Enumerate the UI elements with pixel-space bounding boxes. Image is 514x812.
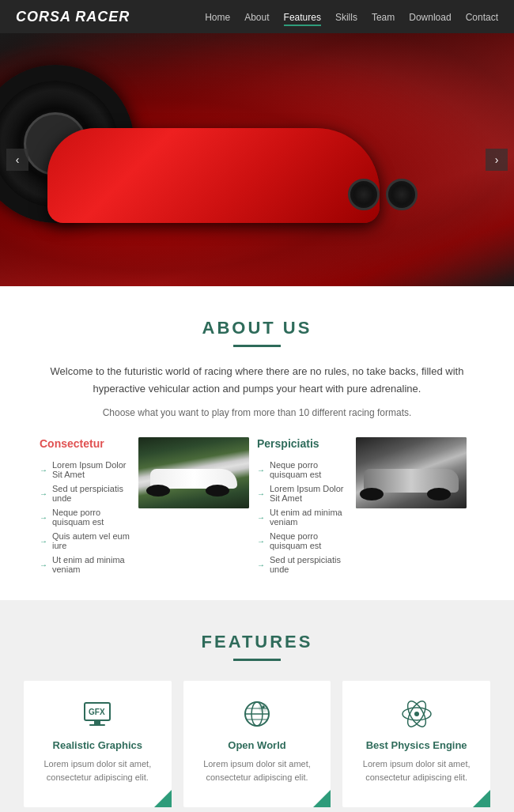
hero-car-body — [47, 128, 380, 223]
physics-icon — [399, 697, 434, 731]
nav-home[interactable]: Home — [205, 10, 230, 25]
navbar-brand: CORSA RACER — [16, 9, 130, 25]
feature-desc-openworld: Lorem ipsum dolor sit amet, consectetur … — [195, 757, 319, 784]
about-img-car-2 — [356, 437, 467, 508]
svg-text:GFX: GFX — [89, 708, 105, 716]
list-item: Sed ut perspiciatis unde — [40, 482, 130, 505]
list-item: Lorem Ipsum Dolor Sit Amet — [257, 482, 348, 505]
list-item: Neque porro quisquam est — [40, 505, 130, 529]
nav-skills[interactable]: Skills — [335, 10, 357, 25]
feature-title-graphics: Realistic Graphics — [36, 739, 160, 751]
navbar: CORSA RACER Home About Features Skills T… — [0, 0, 514, 33]
about-img-car-1 — [138, 437, 249, 508]
feature-card-graphics: GFX Realistic Graphics Lorem ipsum dolor… — [24, 681, 172, 807]
about-description: Welcome to the futuristic world of racin… — [40, 363, 474, 398]
feature-desc-graphics: Lorem ipsum dolor sit amet, consectetur … — [36, 757, 160, 784]
feature-card-openworld: Open World Lorem ipsum dolor sit amet, c… — [183, 681, 331, 807]
feature-card-physics: Best Physics Engine Lorem ipsum dolor si… — [342, 681, 490, 807]
svg-rect-2 — [89, 724, 105, 726]
globe-icon — [240, 697, 274, 731]
gfx-icon: GFX — [80, 697, 115, 731]
hero-banner: ‹ › — [0, 33, 514, 286]
feature-title-physics: Best Physics Engine — [354, 739, 478, 751]
feature-title-openworld: Open World — [195, 739, 319, 751]
list-item: Sed ut perspiciatis unde — [257, 553, 348, 576]
features-grid: GFX Realistic Graphics Lorem ipsum dolor… — [24, 681, 490, 812]
about-image-2 — [356, 437, 467, 508]
about-title: ABOUT US — [40, 318, 474, 338]
nav-about[interactable]: About — [244, 10, 269, 25]
hero-exhaust — [346, 177, 419, 215]
about-col2-list: Neque porro quisquam est Lorem Ipsum Dol… — [257, 458, 348, 576]
hero-prev-button[interactable]: ‹ — [6, 149, 28, 171]
list-item: Neque porro quisquam est — [257, 529, 348, 553]
list-item: Neque porro quisquam est — [257, 458, 348, 482]
list-item: Quis autem vel eum iure — [40, 529, 130, 553]
svg-point-13 — [414, 712, 419, 716]
about-col-2: Perspiciatis Neque porro quisquam est Lo… — [257, 437, 348, 576]
nav-team[interactable]: Team — [372, 10, 395, 25]
nav-links: Home About Features Skills Team Download… — [205, 9, 498, 24]
svg-rect-1 — [94, 720, 100, 724]
about-columns: Consectetur Lorem Ipsum Dolor Sit Amet S… — [40, 437, 474, 576]
features-title: FEATURES — [24, 632, 490, 652]
about-col1-list: Lorem Ipsum Dolor Sit Amet Sed ut perspi… — [40, 458, 130, 576]
about-underline — [233, 345, 281, 347]
about-sub: Choose what you want to play from more t… — [40, 407, 474, 418]
exhaust-pipe-1 — [348, 179, 380, 210]
nav-features[interactable]: Features — [284, 10, 321, 26]
hero-car-background — [0, 33, 514, 286]
about-image-1 — [138, 437, 249, 508]
about-col2-title: Perspiciatis — [257, 437, 348, 450]
about-section: ABOUT US Welcome to the futuristic world… — [0, 286, 514, 600]
features-section: FEATURES GFX Realistic Graphics Lorem ip… — [0, 600, 514, 812]
nav-download[interactable]: Download — [409, 10, 451, 25]
nav-contact[interactable]: Contact — [466, 10, 498, 25]
hero-next-button[interactable]: › — [486, 149, 508, 171]
about-col-1: Consectetur Lorem Ipsum Dolor Sit Amet S… — [40, 437, 130, 576]
feature-desc-physics: Lorem ipsum dolor sit amet, consectetur … — [354, 757, 478, 784]
features-underline — [233, 659, 281, 661]
list-item: Lorem Ipsum Dolor Sit Amet — [40, 458, 130, 482]
list-item: Ut enim ad minima veniam — [257, 505, 348, 529]
exhaust-pipe-2 — [386, 179, 418, 210]
about-col1-title: Consectetur — [40, 437, 130, 450]
list-item: Ut enim ad minima veniam — [40, 553, 130, 576]
